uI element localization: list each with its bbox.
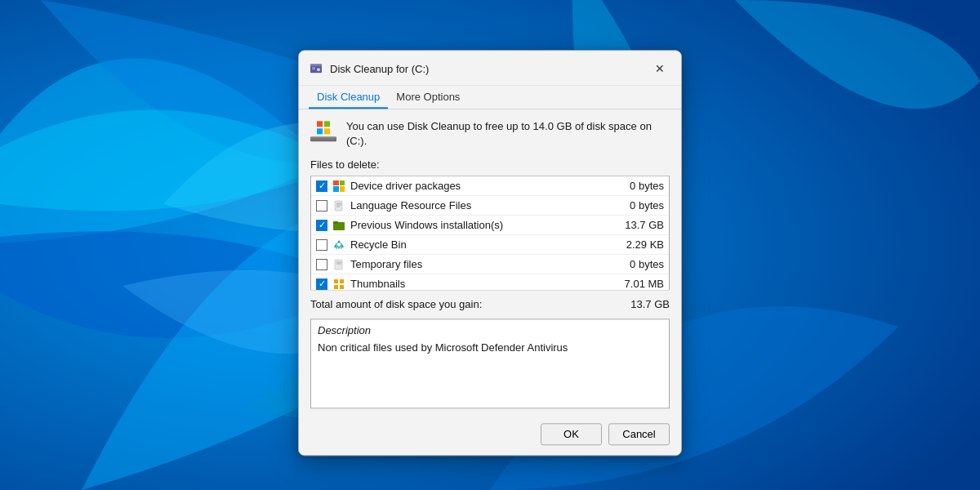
description-label: Description	[318, 325, 662, 337]
language-icon	[332, 199, 345, 212]
svg-rect-3	[310, 64, 322, 66]
win-icon-yellow	[324, 128, 330, 134]
checkbox-recycle[interactable]	[316, 239, 327, 251]
thumbnail-icon-svg	[333, 278, 345, 290]
checkbox-prev-windows[interactable]: ✓	[316, 220, 327, 231]
checkbox-temp[interactable]	[316, 259, 327, 270]
title-icon	[309, 61, 323, 76]
temp-doc-icon	[333, 259, 345, 270]
drive-icon	[310, 121, 336, 141]
svg-rect-10	[333, 221, 338, 224]
drive-bar-icon	[310, 136, 336, 141]
windows-folder-icon	[333, 220, 345, 231]
tab-bar: Disk Cleanup More Options	[299, 86, 681, 109]
file-name-temp: Temporary files	[350, 259, 607, 271]
tab-more-options[interactable]: More Options	[388, 86, 468, 109]
total-label: Total amount of disk space you gain:	[310, 299, 482, 311]
windows-icon	[317, 121, 330, 134]
svg-rect-11	[335, 260, 342, 270]
file-name-prev-windows: Previous Windows installation(s)	[350, 220, 607, 232]
description-text: Non critical files used by Microsoft Def…	[318, 342, 662, 354]
dialog-content: You can use Disk Cleanup to free up to 1…	[299, 109, 681, 455]
file-list[interactable]: ✓ Device driver packages 0 bytes	[310, 176, 670, 291]
svg-rect-14	[334, 279, 338, 283]
device-driver-icon	[332, 180, 345, 193]
checkbox-language[interactable]	[316, 200, 327, 212]
svg-point-4	[317, 68, 320, 71]
file-size-language: 0 bytes	[607, 200, 664, 212]
file-item-language[interactable]: Language Resource Files 0 bytes	[311, 197, 669, 216]
win-icon-red	[317, 121, 323, 127]
file-size-prev-windows: 13.7 GB	[607, 220, 664, 232]
svg-rect-17	[340, 285, 344, 289]
file-name-recycle: Recycle Bin	[350, 239, 607, 252]
file-item-device-driver[interactable]: ✓ Device driver packages 0 bytes	[311, 177, 669, 197]
thumbnails-icon	[332, 278, 345, 291]
checkbox-device-driver[interactable]: ✓	[316, 180, 327, 192]
file-item-thumbnails[interactable]: ✓ Thumbnails 7.01 MB	[311, 275, 669, 291]
recycle-icon-svg	[333, 239, 345, 251]
svg-rect-5	[335, 201, 342, 211]
checkbox-thumbnails[interactable]: ✓	[316, 278, 327, 290]
file-item-temp[interactable]: Temporary files 0 bytes	[311, 256, 669, 275]
description-section: Description Non critical files used by M…	[310, 319, 670, 409]
dialog-wrapper: Disk Cleanup for (C:) ✕ Disk Cleanup Mor…	[298, 50, 682, 456]
tab-disk-cleanup[interactable]: Disk Cleanup	[309, 86, 388, 109]
disk-cleanup-icon	[310, 62, 323, 75]
temp-icon	[332, 258, 345, 271]
total-row: Total amount of disk space you gain: 13.…	[310, 299, 670, 311]
prev-windows-icon	[332, 219, 345, 232]
dialog-title: Disk Cleanup for (C:)	[330, 63, 429, 75]
total-value: 13.7 GB	[630, 299, 670, 311]
file-name-language: Language Resource Files	[350, 200, 607, 212]
recycle-bin-icon	[332, 238, 345, 252]
file-item-recycle[interactable]: Recycle Bin 2.29 KB	[311, 236, 669, 256]
svg-rect-2	[312, 67, 315, 69]
header-description: You can use Disk Cleanup to free up to 1…	[346, 119, 670, 149]
title-bar-left: Disk Cleanup for (C:)	[309, 61, 429, 76]
file-name-device-driver: Device driver packages	[350, 180, 607, 193]
header-section: You can use Disk Cleanup to free up to 1…	[310, 119, 670, 149]
files-label: Files to delete:	[310, 159, 670, 172]
cancel-button[interactable]: Cancel	[608, 424, 670, 446]
win-icon-green	[324, 121, 330, 127]
button-row: OK Cancel	[310, 419, 670, 448]
svg-rect-15	[340, 279, 344, 283]
file-name-thumbnails: Thumbnails	[350, 278, 607, 291]
ok-button[interactable]: OK	[541, 424, 602, 446]
file-size-device-driver: 0 bytes	[607, 180, 664, 193]
file-size-temp: 0 bytes	[607, 259, 664, 271]
win-icon-blue	[317, 128, 323, 134]
disk-cleanup-dialog: Disk Cleanup for (C:) ✕ Disk Cleanup Mor…	[298, 50, 682, 456]
file-size-recycle: 2.29 KB	[607, 239, 664, 252]
close-button[interactable]: ✕	[648, 57, 671, 80]
file-item-prev-windows[interactable]: ✓ Previous Windows installation(s) 13.7 …	[311, 216, 669, 236]
document-icon	[333, 200, 345, 212]
svg-rect-16	[334, 285, 338, 289]
title-bar: Disk Cleanup for (C:) ✕	[299, 51, 681, 86]
file-size-thumbnails: 7.01 MB	[607, 278, 664, 291]
